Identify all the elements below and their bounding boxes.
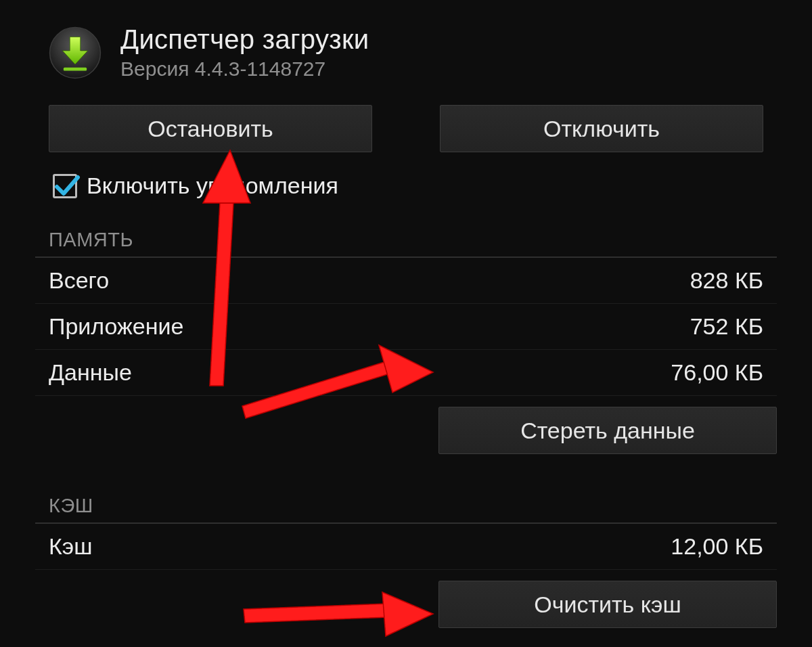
download-manager-app-icon xyxy=(49,26,102,79)
app-header: Диспетчер загрузки Версия 4.4.3-1148727 xyxy=(0,0,812,81)
disable-button[interactable]: Отключить xyxy=(440,105,763,152)
row-label: Данные xyxy=(49,359,132,386)
cache-section: КЭШ Кэш 12,00 КБ Очистить кэш xyxy=(0,495,812,628)
app-title: Диспетчер загрузки xyxy=(120,24,369,55)
stop-button[interactable]: Остановить xyxy=(49,105,372,152)
storage-row-app: Приложение 752 КБ xyxy=(35,304,777,350)
row-label: Всего xyxy=(49,267,109,294)
cache-section-header: КЭШ xyxy=(35,495,777,524)
row-value: 828 КБ xyxy=(690,267,763,294)
clear-cache-button[interactable]: Очистить кэш xyxy=(438,581,777,628)
storage-row-total: Всего 828 КБ xyxy=(35,258,777,304)
notifications-checkbox-row[interactable]: Включить уведомления xyxy=(0,152,812,199)
row-label: Приложение xyxy=(49,313,183,340)
storage-section-header: ПАМЯТЬ xyxy=(35,229,777,258)
clear-data-button[interactable]: Стереть данные xyxy=(438,407,777,454)
row-value: 76,00 КБ xyxy=(671,359,763,386)
row-value: 752 КБ xyxy=(690,313,763,340)
storage-section: ПАМЯТЬ Всего 828 КБ Приложение 752 КБ Да… xyxy=(0,229,812,454)
checkbox-icon xyxy=(53,174,77,198)
row-label: Кэш xyxy=(49,533,92,560)
row-value: 12,00 КБ xyxy=(671,533,763,560)
storage-row-data: Данные 76,00 КБ xyxy=(35,350,777,396)
app-version: Версия 4.4.3-1148727 xyxy=(120,58,369,81)
notifications-checkbox-label: Включить уведомления xyxy=(87,173,338,199)
cache-row: Кэш 12,00 КБ xyxy=(35,524,777,570)
svg-rect-1 xyxy=(64,67,87,70)
